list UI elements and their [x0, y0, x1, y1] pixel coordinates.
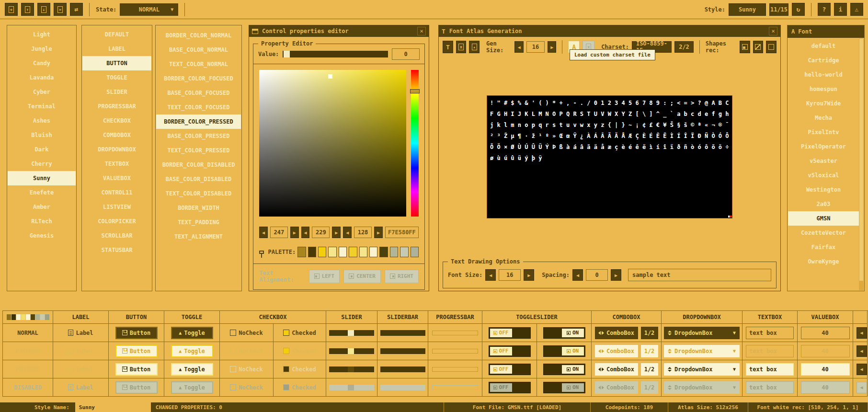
- control-item[interactable]: COMBOBOX: [82, 128, 152, 142]
- theme-item[interactable]: Cyber: [7, 85, 76, 99]
- theme-item[interactable]: Light: [7, 27, 76, 42]
- randomize-style-button[interactable]: ⇄: [70, 3, 83, 16]
- export-atlas-image-button[interactable]: ▴: [469, 41, 480, 53]
- palette-swatch[interactable]: [318, 247, 326, 257]
- green-increase-button[interactable]: ▶: [332, 227, 341, 238]
- blue-increase-button[interactable]: ▶: [374, 227, 383, 238]
- property-item[interactable]: TEXT_COLOR_NORMAL: [156, 57, 241, 71]
- issue-button[interactable]: ⚠: [850, 3, 863, 16]
- palette-swatch[interactable]: [308, 247, 316, 257]
- style-name-button[interactable]: Sunny: [729, 3, 766, 16]
- shapes-rec-outline-button[interactable]: [766, 41, 777, 53]
- close-properties-editor-button[interactable]: ×: [417, 27, 426, 35]
- preview-toggle-focused[interactable]: ▲Toggle: [164, 342, 220, 360]
- font-atlas-titlebar[interactable]: T Font Atlas Generation ×: [439, 25, 780, 37]
- control-item[interactable]: PROGRESSBAR: [82, 99, 152, 114]
- preview-sliderbar-focused[interactable]: [377, 342, 428, 360]
- save-style-button[interactable]: ↓: [37, 3, 50, 16]
- color-cursor[interactable]: [328, 74, 332, 79]
- control-item[interactable]: CHECKBOX: [82, 114, 152, 128]
- preview-checkbox-checked-normal[interactable]: Checked: [274, 324, 326, 342]
- palette-swatch[interactable]: [379, 247, 388, 257]
- palette-swatch[interactable]: [359, 247, 367, 257]
- preview-toggleslider-on-pressed[interactable]: ON: [537, 360, 592, 378]
- palette-swatch[interactable]: [369, 247, 377, 257]
- slider-handle[interactable]: [348, 366, 354, 372]
- preview-dropdownbox-normal[interactable]: DropdownBox▼: [662, 324, 742, 342]
- font-item[interactable]: Westington: [788, 183, 859, 197]
- hue-bar[interactable]: [411, 70, 419, 217]
- blue-value[interactable]: 128: [354, 227, 372, 238]
- control-item[interactable]: SLIDER: [82, 85, 152, 99]
- control-item[interactable]: CONTROL11: [82, 185, 152, 200]
- color-saturation-value-panel[interactable]: [259, 70, 406, 217]
- theme-item[interactable]: Bluish: [7, 128, 76, 142]
- preview-toggleslider-off-normal[interactable]: OFF: [482, 324, 537, 342]
- hex-color-field[interactable]: F7E580FF: [385, 227, 419, 238]
- preview-toggleslider-on-normal[interactable]: ON: [537, 324, 592, 342]
- theme-item[interactable]: Cherry: [7, 157, 76, 171]
- font-item[interactable]: Fairfax: [788, 240, 859, 254]
- theme-item[interactable]: Jungle: [7, 42, 76, 56]
- theme-item[interactable]: Ashes: [7, 114, 76, 128]
- reload-style-button[interactable]: ↻: [792, 3, 805, 16]
- state-dropdown[interactable]: NORMAL ▼: [120, 3, 178, 16]
- preview-sliderbar-pressed[interactable]: [377, 360, 428, 378]
- sample-text-input[interactable]: sample text: [628, 269, 771, 281]
- preview-button-normal[interactable]: Button: [109, 324, 164, 342]
- font-item[interactable]: v5easter: [788, 154, 859, 168]
- property-item[interactable]: TEXT_COLOR_FOCUSED: [156, 100, 241, 114]
- preview-toggle-pressed[interactable]: ▲Toggle: [164, 360, 220, 378]
- gen-size-value[interactable]: 16: [526, 41, 545, 53]
- hue-handle[interactable]: [410, 89, 420, 93]
- font-item[interactable]: Kyrou7Wide: [788, 96, 859, 111]
- style-name-field[interactable]: Sunny: [75, 402, 151, 412]
- property-item[interactable]: BASE_COLOR_DISABLED: [156, 172, 241, 186]
- theme-item[interactable]: Dark: [7, 142, 76, 157]
- font-text-button[interactable]: T: [443, 41, 453, 53]
- font-item[interactable]: hello-world: [788, 68, 859, 82]
- font-list-scrollbar[interactable]: [859, 38, 864, 290]
- property-item[interactable]: BORDER_WIDTH: [156, 201, 241, 215]
- control-item[interactable]: TOGGLE: [82, 70, 152, 85]
- font-size-value[interactable]: 16: [499, 269, 521, 281]
- property-item[interactable]: BORDER_COLOR_DISABLED: [156, 158, 241, 172]
- palette-swatch[interactable]: [339, 247, 347, 257]
- theme-item[interactable]: Lavanda: [7, 70, 76, 85]
- control-item[interactable]: LABEL: [82, 42, 152, 56]
- font-item[interactable]: v5loxical: [788, 168, 859, 183]
- red-increase-button[interactable]: ▶: [290, 227, 299, 238]
- theme-item[interactable]: Amber: [7, 200, 76, 214]
- control-item[interactable]: LISTVIEW: [82, 200, 152, 214]
- gen-size-increase-button[interactable]: ▶: [548, 41, 556, 53]
- property-item[interactable]: TEXT_ALIGNMENT: [156, 229, 241, 244]
- property-item[interactable]: BORDER_COLOR_NORMAL: [156, 28, 241, 43]
- font-item[interactable]: 2a03: [788, 197, 859, 211]
- load-style-button[interactable]: ↑: [21, 3, 34, 16]
- info-button[interactable]: i: [834, 3, 847, 16]
- value-slider[interactable]: [283, 51, 388, 57]
- palette-swatch[interactable]: [390, 247, 398, 257]
- control-item[interactable]: TEXTBOX: [82, 157, 152, 171]
- red-value[interactable]: 247: [270, 227, 288, 238]
- font-item[interactable]: OwreKynge: [788, 254, 859, 269]
- control-item[interactable]: COLORPICKER: [82, 214, 152, 229]
- export-style-button[interactable]: »: [54, 3, 67, 16]
- preview-checkbox-checked-focused[interactable]: Checked: [274, 342, 326, 360]
- value-slider-handle[interactable]: [284, 51, 290, 57]
- slider-handle[interactable]: [348, 348, 354, 354]
- preview-textbox-focused[interactable]: text box: [742, 342, 798, 360]
- preview-checkbox-unchecked-pressed[interactable]: NoCheck: [220, 360, 274, 378]
- property-item[interactable]: BASE_COLOR_FOCUSED: [156, 86, 241, 100]
- preview-dropdownbox-focused[interactable]: DropdownBox▼: [662, 342, 742, 360]
- preview-checkbox-unchecked-normal[interactable]: NoCheck: [220, 324, 274, 342]
- preview-combobox-normal[interactable]: ComboBox1/2: [592, 324, 662, 342]
- shapes-rec-slash-button[interactable]: [753, 41, 764, 53]
- control-item[interactable]: DEFAULT: [82, 27, 152, 42]
- property-item[interactable]: BORDER_COLOR_FOCUSED: [156, 71, 241, 86]
- control-item[interactable]: SCROLLBAR: [82, 229, 152, 243]
- properties-editor-titlebar[interactable]: Control properties editor ×: [249, 25, 429, 37]
- blue-decrease-button[interactable]: ◀: [343, 227, 352, 238]
- scrollbar-thumb[interactable]: [859, 39, 863, 281]
- palette-swatch[interactable]: [411, 247, 419, 257]
